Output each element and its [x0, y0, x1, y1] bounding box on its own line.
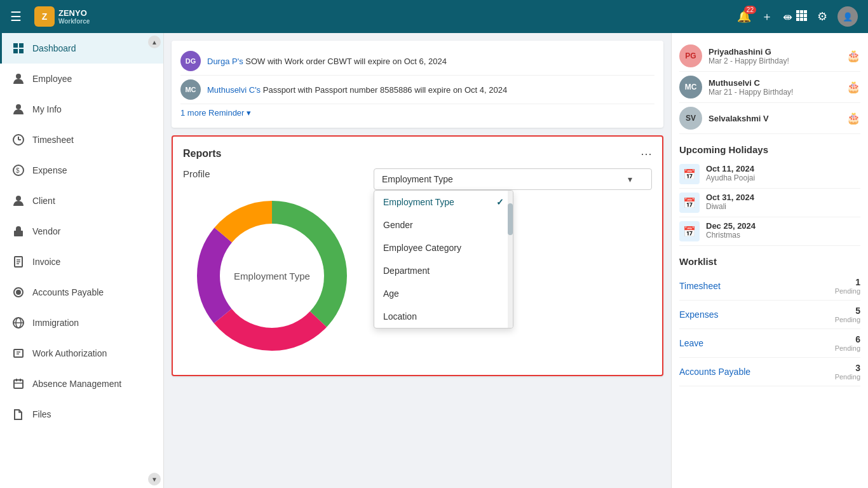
birthday-name-sv: Selvalakshmi V: [709, 114, 840, 123]
top-navigation: ☰ Z ZENYO Workforce 🔔 22 ＋ ⇼ ⚙ 👤: [0, 0, 868, 33]
sidebar-item-dashboard[interactable]: Dashboard: [0, 33, 163, 64]
birthday-name-pg: Priyadhashini G: [709, 47, 840, 57]
sidebar-item-timesheet[interactable]: Timesheet: [0, 125, 163, 155]
apps-grid-icon[interactable]: ⇼: [783, 10, 807, 24]
svg-point-13: [16, 74, 21, 79]
birthday-info-sv: Selvalakshmi V: [709, 114, 840, 123]
myinfo-icon: [12, 103, 25, 116]
settings-gear-icon[interactable]: ⚙: [817, 10, 827, 24]
main-content: DG Durga P's SOW with Work order CBWT wi…: [164, 33, 671, 488]
dashboard-icon: [12, 42, 25, 55]
svg-rect-21: [14, 231, 23, 236]
sidebar-scroll-up[interactable]: ▲: [148, 36, 161, 48]
svg-rect-10: [19, 43, 24, 48]
holiday-name-2: Diwali: [706, 202, 860, 211]
sidebar-item-absence[interactable]: Absence Management: [0, 369, 163, 399]
worklist-label-timesheet[interactable]: Timesheet: [679, 281, 721, 291]
reminder-text-1: Durga P's SOW with Work order CBWT will …: [207, 57, 447, 66]
dropdown-item-department[interactable]: Department: [374, 259, 513, 282]
sidebar-label-dashboard: Dashboard: [32, 43, 76, 53]
worklist-count-timesheet: 1: [855, 277, 860, 287]
reminder-item-1: DG Durga P's SOW with Work order CBWT wi…: [180, 47, 654, 76]
sidebar-label-files: Files: [32, 409, 51, 419]
add-button[interactable]: ＋: [761, 9, 773, 24]
dropdown-item-label-dept: Department: [383, 266, 430, 276]
worklist-expenses: Expenses 5 Pending: [679, 301, 860, 329]
dropdown-item-location[interactable]: Location: [374, 305, 513, 328]
worklist-section: Worklist Timesheet 1 Pending Expenses 5 …: [679, 256, 860, 386]
dropdown-item-label-location: Location: [383, 311, 417, 322]
dropdown-item-employee-category[interactable]: Employee Category: [374, 236, 513, 259]
dropdown-item-age[interactable]: Age: [374, 282, 513, 305]
dropdown-item-employment-type[interactable]: Employment Type ✓: [374, 191, 513, 214]
donut-chart: Employment Type: [183, 187, 361, 365]
sidebar-item-myinfo[interactable]: My Info: [0, 94, 163, 125]
sidebar-item-employee[interactable]: Employee: [0, 64, 163, 94]
app-name: ZENYO Workforce: [58, 8, 90, 25]
reports-more-button[interactable]: ⋯: [641, 147, 652, 161]
more-reminder-link[interactable]: 1 more Reminder ▾: [180, 104, 251, 121]
worklist-pending-leave: Pending: [835, 344, 860, 352]
birthday-avatar-pg: PG: [679, 44, 702, 67]
birthday-cake-icon-mc: 🎂: [846, 80, 860, 94]
svg-rect-11: [13, 49, 18, 53]
employee-icon: [12, 72, 25, 85]
svg-rect-4: [800, 14, 803, 17]
expense-icon: $: [12, 164, 25, 177]
right-panel: PG Priyadhashini G Mar 2 - Happy Birthda…: [671, 33, 868, 488]
sidebar-label-accounts-payable: Accounts Payable: [32, 287, 104, 297]
sidebar-label-invoice: Invoice: [32, 257, 60, 267]
dropdown-item-label-age: Age: [383, 288, 399, 299]
sidebar-item-expense[interactable]: $ Expense: [0, 155, 163, 186]
worklist-right-leave: 6 Pending: [835, 334, 860, 352]
sidebar-item-files[interactable]: Files: [0, 399, 163, 430]
sidebar-item-vendor[interactable]: Vendor: [0, 216, 163, 247]
worklist-accounts-payable: Accounts Payable 3 Pending: [679, 358, 860, 386]
hamburger-menu[interactable]: ☰: [10, 9, 22, 24]
logo-icon: Z: [34, 6, 55, 27]
invoice-icon: [12, 255, 25, 268]
holiday-info-3: Dec 25, 2024 Christmas: [706, 221, 860, 240]
sidebar-item-client[interactable]: Client: [0, 186, 163, 216]
worklist-label-accounts-payable[interactable]: Accounts Payable: [679, 367, 750, 377]
holiday-date-3: Dec 25, 2024: [706, 221, 860, 231]
sidebar-label-employee: Employee: [32, 74, 72, 84]
worklist-label-expenses[interactable]: Expenses: [679, 309, 718, 320]
svg-rect-12: [19, 49, 24, 53]
sidebar-label-immigration: Immigration: [32, 318, 79, 328]
birthday-avatar-mc: MC: [679, 76, 702, 98]
notification-bell[interactable]: 🔔 22: [737, 10, 751, 24]
holiday-date-2: Oct 31, 2024: [706, 193, 860, 202]
holiday-info-2: Oct 31, 2024 Diwali: [706, 193, 860, 211]
worklist-pending-expenses: Pending: [835, 316, 860, 323]
top-nav-actions: 🔔 22 ＋ ⇼ ⚙ 👤: [737, 6, 858, 27]
worklist-timesheet: Timesheet 1 Pending: [679, 272, 860, 301]
dropdown-item-label-category: Employee Category: [383, 243, 461, 253]
sidebar-item-work-auth[interactable]: Work Authorization: [0, 338, 163, 369]
app-logo: Z ZENYO Workforce: [34, 6, 90, 27]
sidebar-item-accounts-payable[interactable]: Accounts Payable: [0, 277, 163, 308]
holiday-name-1: Ayudha Poojai: [706, 173, 860, 182]
birthday-info-pg: Priyadhashini G Mar 2 - Happy Birthday!: [709, 47, 840, 65]
holiday-calendar-icon-3: 📅: [679, 221, 700, 241]
sidebar-item-invoice[interactable]: Invoice: [0, 247, 163, 277]
reports-section: Reports ⋯ Profile: [172, 135, 663, 376]
svg-rect-0: [796, 10, 799, 13]
holiday-calendar-icon-2: 📅: [679, 193, 700, 213]
files-icon: [12, 408, 25, 421]
absence-icon: [12, 377, 25, 390]
sidebar-scroll-down[interactable]: ▼: [148, 473, 161, 485]
dropdown-menu-scroll[interactable]: Employment Type ✓ Gender Employee Catego…: [374, 191, 513, 328]
worklist-label-leave[interactable]: Leave: [679, 338, 703, 348]
sidebar-item-immigration[interactable]: Immigration: [0, 308, 163, 338]
dropdown-button[interactable]: Employment Type ▾: [374, 168, 652, 190]
birthday-date-pg: Mar 2 - Happy Birthday!: [709, 57, 840, 65]
sidebar-label-myinfo: My Info: [32, 104, 62, 114]
dropdown-item-gender[interactable]: Gender: [374, 214, 513, 236]
svg-rect-3: [796, 14, 799, 17]
worklist-count-expenses: 5: [855, 306, 860, 316]
svg-rect-34: [14, 380, 23, 388]
chevron-down-icon: ▾: [628, 174, 632, 184]
timesheet-icon: [12, 133, 25, 146]
user-avatar[interactable]: 👤: [837, 6, 858, 27]
